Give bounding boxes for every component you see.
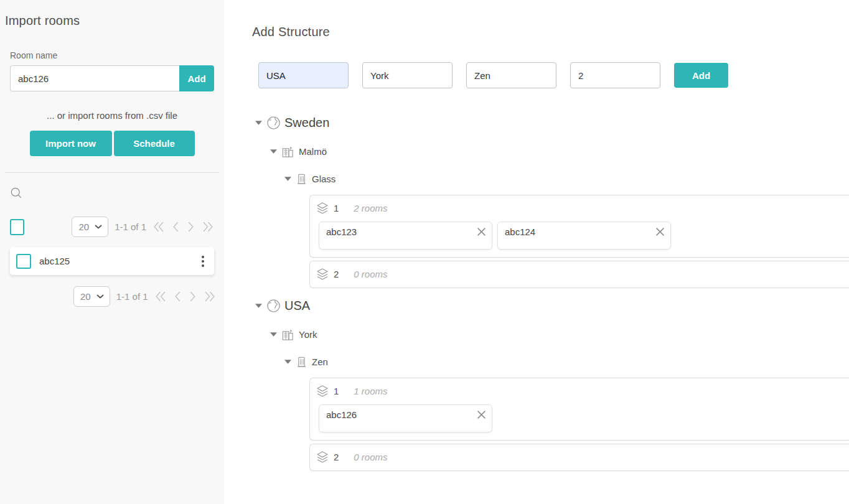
pagination-arrows [154,291,216,302]
pagination-range: 1-1 of 1 [115,222,146,232]
page-title: Add Structure [252,25,849,39]
page-size-select[interactable]: 20 [72,217,108,237]
row-menu-button[interactable] [198,253,208,269]
remove-room-button[interactable] [654,226,666,238]
room-chip[interactable]: abc123 [319,222,492,250]
layers-icon [316,268,329,281]
floor-rooms-count: 0 rooms [354,452,387,462]
room-chip[interactable]: abc126 [319,404,492,432]
layers-icon [316,450,329,464]
caret-down-icon [270,332,277,337]
building-input[interactable] [466,62,556,88]
floor-panel: 2 0 rooms [309,444,849,471]
room-checkbox[interactable] [16,254,31,269]
collapse-toggle[interactable] [255,121,262,125]
next-page-icon[interactable] [187,221,194,233]
floor-rooms-count: 2 rooms [354,203,387,213]
add-room-button[interactable]: Add [179,65,214,91]
caret-down-icon [255,304,262,308]
search-icon [10,187,24,200]
last-page-icon[interactable] [202,221,214,233]
select-all-checkbox[interactable] [10,219,24,235]
city-name: York [299,329,317,340]
city-row: Malmö [270,145,849,158]
kebab-icon [202,256,204,258]
csv-buttons-row: Import now Schedule [10,131,214,156]
floor-header: 1 2 rooms [316,200,849,217]
chevron-down-icon [96,294,104,299]
room-name-row: Add [10,65,214,91]
country-row: USA [252,299,849,313]
prev-page-icon[interactable] [174,291,181,302]
floor-number: 2 [334,269,339,279]
building-name: Glass [312,174,335,184]
prev-page-icon[interactable] [172,221,179,233]
floor-rooms-count: 0 rooms [354,269,387,279]
collapse-toggle[interactable] [255,304,262,308]
globe-icon [266,299,281,313]
country-section: USA York Zen 1 1 rooms [252,299,849,471]
close-icon [477,410,486,419]
floor-panel: 1 2 rooms abc123 abc124 [309,195,849,258]
caret-down-icon [284,360,291,364]
country-name: Sweden [284,116,329,130]
add-structure-panel: Add Structure Add Sweden Malmö [224,0,849,504]
city-row: York [270,328,849,341]
structure-tree: Sweden Malmö Glass 1 2 [252,116,849,471]
room-name-input[interactable] [10,65,179,91]
sidebar-divider [5,172,219,173]
room-chip-name: abc123 [319,222,492,237]
floor-number: 2 [334,452,339,462]
last-page-icon[interactable] [204,291,216,302]
room-list-item[interactable]: abc125 [10,247,214,275]
building-row: Zen [284,355,849,368]
floor-panel: 2 0 rooms [309,261,849,288]
csv-import-hint: ... or import rooms from .csv file [10,110,214,121]
rooms-row: abc123 abc124 [319,222,849,250]
caret-down-icon [284,177,291,181]
first-page-icon[interactable] [152,221,164,233]
pagination-top: 20 1-1 of 1 [10,217,214,237]
close-icon [655,227,665,236]
floors-input[interactable] [570,62,660,88]
floor-header: 1 1 rooms [316,383,849,399]
chevron-down-icon [95,225,102,229]
remove-room-button[interactable] [476,409,487,421]
building-icon [296,172,307,185]
floor-number: 1 [334,203,339,213]
next-page-icon[interactable] [189,291,196,302]
collapse-toggle[interactable] [270,149,277,154]
import-now-button[interactable]: Import now [30,131,112,156]
floor-header: 2 0 rooms [316,266,849,282]
add-structure-button[interactable]: Add [674,63,728,88]
schedule-button[interactable]: Schedule [114,131,195,156]
room-name-label: Room name [10,50,214,60]
country-row: Sweden [252,116,849,130]
floor-header: 2 0 rooms [316,449,849,465]
city-icon [281,145,294,158]
page-size-value: 20 [80,291,91,302]
search-toggle[interactable] [10,187,214,200]
country-input[interactable] [258,62,349,88]
layers-icon [316,385,329,398]
sidebar-title: Import rooms [5,14,214,28]
collapse-toggle[interactable] [284,177,291,181]
room-chip[interactable]: abc124 [497,222,671,250]
building-icon [296,355,307,368]
city-icon [281,328,294,341]
room-chip-name: abc124 [498,222,670,237]
room-name: abc125 [39,256,70,266]
caret-down-icon [255,121,262,125]
collapse-toggle[interactable] [284,360,291,364]
structure-form: Add [258,62,849,88]
close-icon [477,227,486,236]
first-page-icon[interactable] [154,291,166,302]
city-input[interactable] [362,62,453,88]
pagination-arrows [152,221,214,233]
country-section: Sweden Malmö Glass 1 2 [252,116,849,288]
collapse-toggle[interactable] [270,332,277,337]
page-size-select-bottom[interactable]: 20 [73,286,110,307]
page-size-value: 20 [78,222,89,232]
remove-room-button[interactable] [476,226,487,238]
floor-rooms-count: 1 rooms [354,386,387,396]
